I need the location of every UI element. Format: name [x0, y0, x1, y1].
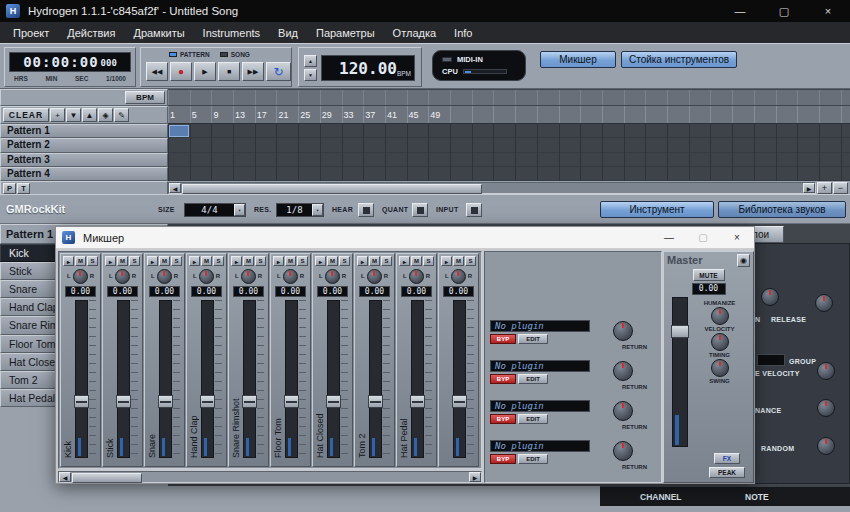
song-tool-button[interactable]: ✎ — [114, 108, 129, 122]
fx-edit-button[interactable]: EDIT — [518, 414, 548, 424]
hear-toggle[interactable] — [358, 203, 374, 217]
song-hscrollbar[interactable]: ◀ ▶ — [168, 182, 816, 194]
pan-knob[interactable] — [325, 269, 340, 284]
menu-item[interactable]: Instruments — [194, 24, 269, 42]
strip-fader[interactable] — [75, 300, 88, 458]
strip-mute-button[interactable]: M — [285, 256, 296, 266]
strip-play-button[interactable]: ▸ — [231, 256, 242, 266]
pan-knob[interactable] — [115, 269, 130, 284]
strip-mute-button[interactable]: M — [327, 256, 338, 266]
size-selector[interactable]: 4/4 ▾ — [184, 203, 246, 217]
pattern-row[interactable]: Pattern 1 — [0, 124, 168, 138]
menu-item[interactable]: Info — [445, 24, 481, 42]
strip-mute-button[interactable]: M — [75, 256, 86, 266]
fx-plugin-name[interactable]: No plugin — [490, 360, 590, 372]
mixer-hscroll-thumb[interactable] — [72, 473, 142, 483]
strip-fader[interactable] — [453, 300, 466, 458]
mixer-titlebar[interactable]: H Микшер — ▢ × — [56, 227, 754, 249]
fx-return-knob[interactable] — [613, 401, 633, 421]
bpm-ruler-button[interactable]: BPM — [125, 91, 165, 104]
strip-solo-button[interactable]: S — [255, 256, 266, 266]
pattern-view-tab[interactable]: P — [3, 183, 16, 194]
pattern-mode-label[interactable]: PATTERN — [180, 51, 210, 58]
strip-fader[interactable] — [117, 300, 130, 458]
strip-fader-handle[interactable] — [452, 395, 467, 408]
chevron-down-icon[interactable]: ▾ — [234, 204, 245, 216]
strip-fader-handle[interactable] — [368, 395, 383, 408]
pan-knob[interactable] — [451, 269, 466, 284]
bpm-down-button[interactable]: ▼ — [304, 69, 317, 81]
master-peak-button[interactable]: PEAK — [709, 467, 745, 478]
pan-knob[interactable] — [409, 269, 424, 284]
input-toggle[interactable] — [466, 203, 482, 217]
strip-fader-handle[interactable] — [410, 395, 425, 408]
menu-item[interactable]: Проект — [4, 24, 58, 42]
song-grid-active-cell[interactable] — [169, 125, 189, 137]
forward-button[interactable]: ▶▶ — [242, 62, 264, 81]
open-instrument-rack-button[interactable]: Стойка инструментов — [621, 51, 737, 68]
strip-fader[interactable] — [285, 300, 298, 458]
strip-fader-handle[interactable] — [116, 395, 131, 408]
timeline-view-tab[interactable]: T — [17, 183, 30, 194]
stop-button[interactable]: ■ — [218, 62, 240, 81]
strip-fader-handle[interactable] — [158, 395, 173, 408]
mixer-close-button[interactable]: × — [720, 227, 754, 248]
strip-fader-handle[interactable] — [326, 395, 341, 408]
scroll-left-icon[interactable]: ◀ — [169, 183, 181, 193]
strip-fader-handle[interactable] — [242, 395, 257, 408]
master-fader[interactable] — [672, 297, 688, 447]
swing-knob[interactable] — [711, 359, 729, 377]
strip-fader[interactable] — [327, 300, 340, 458]
strip-fader[interactable] — [159, 300, 172, 458]
fx-edit-button[interactable]: EDIT — [518, 454, 548, 464]
fx-return-knob[interactable] — [613, 361, 633, 381]
pan-knob[interactable] — [241, 269, 256, 284]
window-titlebar[interactable]: H Hydrogen 1.1.1-'c845af2f' - Untitled S… — [0, 0, 850, 22]
menu-item[interactable]: Драмкиты — [124, 24, 193, 42]
pan-knob[interactable] — [367, 269, 382, 284]
mixer-minimize-button[interactable]: — — [652, 227, 686, 248]
mixer-hscrollbar[interactable]: ◀ ▶ — [58, 471, 482, 483]
strip-play-button[interactable]: ▸ — [441, 256, 452, 266]
song-grid[interactable] — [168, 124, 850, 181]
menu-item[interactable]: Отладка — [384, 24, 445, 42]
strip-fader-handle[interactable] — [74, 395, 89, 408]
strip-mute-button[interactable]: M — [117, 256, 128, 266]
strip-play-button[interactable]: ▸ — [147, 256, 158, 266]
menu-item[interactable]: Вид — [269, 24, 307, 42]
pan-knob[interactable] — [199, 269, 214, 284]
fx-bypass-button[interactable]: BYP — [490, 414, 516, 424]
strip-fader[interactable] — [369, 300, 382, 458]
mixer-maximize-button[interactable]: ▢ — [686, 227, 720, 248]
strip-mute-button[interactable]: M — [453, 256, 464, 266]
maximize-button[interactable]: ▢ — [762, 0, 806, 22]
play-button[interactable]: ▶ — [194, 62, 216, 81]
editor-knob[interactable] — [817, 362, 835, 380]
scroll-right-icon[interactable]: ▶ — [469, 472, 481, 482]
strip-fader[interactable] — [243, 300, 256, 458]
pattern-row[interactable]: Pattern 3 — [0, 153, 168, 167]
song-mode-label[interactable]: SONG — [231, 51, 250, 58]
editor-knob[interactable] — [817, 399, 835, 417]
pattern-row[interactable]: Pattern 4 — [0, 167, 168, 181]
strip-play-button[interactable]: ▸ — [357, 256, 368, 266]
strip-solo-button[interactable]: S — [339, 256, 350, 266]
fx-return-knob[interactable] — [613, 441, 633, 461]
fx-plugin-name[interactable]: No plugin — [490, 320, 590, 332]
pan-knob[interactable] — [73, 269, 88, 284]
clear-button[interactable]: CLEAR — [3, 108, 49, 122]
strip-play-button[interactable]: ▸ — [315, 256, 326, 266]
strip-solo-button[interactable]: S — [129, 256, 140, 266]
scroll-left-icon[interactable]: ◀ — [59, 472, 71, 482]
strip-fader[interactable] — [411, 300, 424, 458]
bpm-up-button[interactable]: ▲ — [304, 55, 317, 67]
strip-mute-button[interactable]: M — [243, 256, 254, 266]
rewind-button[interactable]: ◀◀ — [146, 62, 168, 81]
open-mixer-button[interactable]: Микшер — [540, 51, 616, 68]
pattern-row[interactable]: Pattern 2 — [0, 138, 168, 152]
menu-item[interactable]: Параметры — [307, 24, 384, 42]
fx-edit-button[interactable]: EDIT — [518, 374, 548, 384]
fx-plugin-name[interactable]: No plugin — [490, 400, 590, 412]
minimize-button[interactable]: — — [718, 0, 762, 22]
fx-return-knob[interactable] — [613, 321, 633, 341]
